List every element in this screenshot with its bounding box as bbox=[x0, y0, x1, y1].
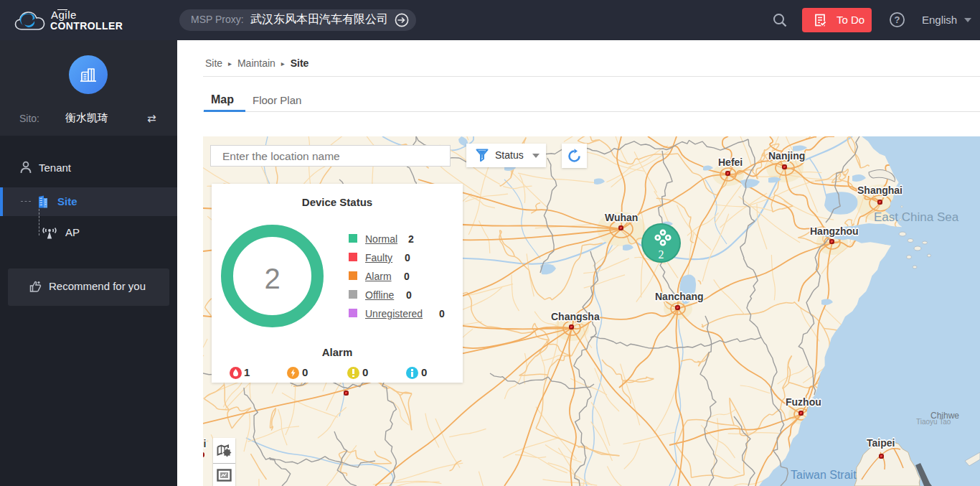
svg-text:?: ? bbox=[895, 14, 900, 25]
